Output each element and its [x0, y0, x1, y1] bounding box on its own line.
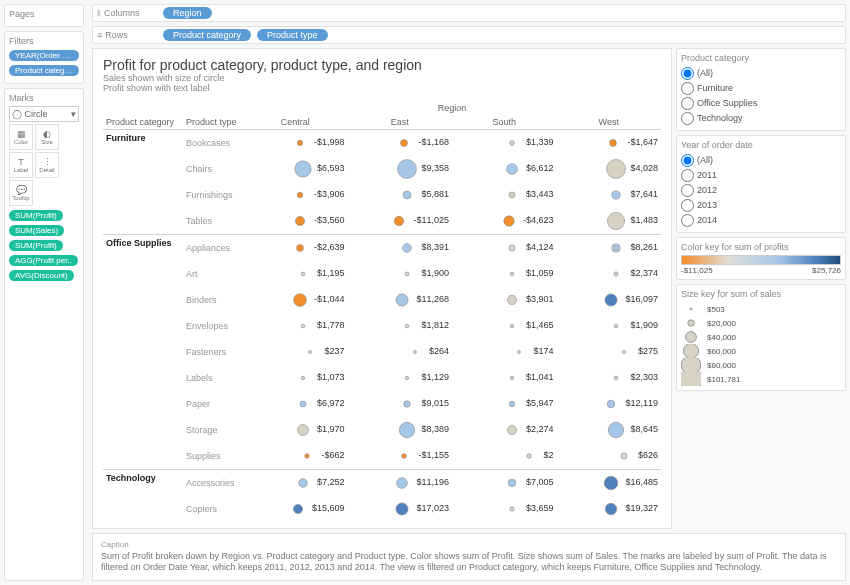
- svg-point-9: [404, 191, 412, 199]
- svg-point-21: [405, 272, 409, 276]
- svg-point-25: [396, 294, 408, 306]
- filter-pill[interactable]: YEAR(Order Date): [9, 50, 79, 61]
- svg-point-30: [510, 324, 513, 327]
- svg-point-46: [507, 425, 516, 434]
- columns-pill[interactable]: Region: [163, 7, 212, 19]
- svg-point-32: [309, 350, 312, 353]
- filter-option[interactable]: 2012: [681, 183, 841, 198]
- viz-subtitle: Sales shown with size of circle: [103, 73, 661, 83]
- svg-point-52: [299, 479, 308, 488]
- filter-option[interactable]: 2014: [681, 213, 841, 228]
- mark-pill[interactable]: SUM(Profit): [9, 210, 63, 221]
- svg-point-2: [510, 141, 515, 146]
- table-row: Envelopes$1,778$1,812$1,465$1,909: [103, 313, 661, 339]
- viz-title: Profit for product category, product typ…: [103, 57, 661, 73]
- mark-pill[interactable]: AVG(Discount): [9, 270, 74, 281]
- svg-point-29: [406, 324, 410, 328]
- radio-input[interactable]: [681, 184, 694, 197]
- svg-point-72: [681, 358, 701, 372]
- legend-year[interactable]: Year of order date (All)2011201220132014: [676, 135, 846, 233]
- svg-point-14: [504, 216, 514, 226]
- svg-point-3: [610, 140, 617, 147]
- svg-point-70: [686, 332, 697, 343]
- legend-color: Color key for sum of profits -$11,025 $2…: [676, 237, 846, 280]
- mark-type-select[interactable]: ◯ Circle ▾: [9, 106, 79, 122]
- filter-option[interactable]: (All): [681, 153, 841, 168]
- svg-point-33: [413, 350, 416, 353]
- mark-detail-button[interactable]: ⋮Detail: [35, 152, 59, 178]
- size-icon: ◐: [43, 130, 51, 139]
- filter-option[interactable]: (All): [681, 66, 841, 81]
- mark-label-button[interactable]: TLabel: [9, 152, 33, 178]
- mark-color-button[interactable]: ▦Color: [9, 124, 33, 150]
- svg-point-5: [398, 160, 417, 179]
- svg-point-49: [402, 454, 407, 459]
- size-legend-row: $60,000: [681, 344, 841, 358]
- table-row: Labels$1,073$1,129$1,041$2,303: [103, 365, 661, 391]
- svg-point-18: [509, 245, 515, 251]
- radio-input[interactable]: [681, 199, 694, 212]
- size-legend-row: $503: [681, 302, 841, 316]
- table-row: Copiers$15,609$17,023$3,659$19,327: [103, 496, 661, 520]
- svg-point-4: [295, 161, 311, 177]
- table-row: Art$1,195$1,900$1,059$2,374: [103, 261, 661, 287]
- radio-input[interactable]: [681, 169, 694, 182]
- size-legend-row: $40,000: [681, 330, 841, 344]
- viz-subtitle: Profit shown with text label: [103, 83, 661, 93]
- svg-point-73: [681, 372, 701, 386]
- radio-input[interactable]: [681, 82, 694, 95]
- table-row: Storage$1,970$8,389$2,274$8,645: [103, 417, 661, 443]
- svg-point-48: [305, 454, 310, 459]
- marks-shelf[interactable]: Marks ◯ Circle ▾ ▦Color ◐Size TLabel ⋮De…: [4, 88, 84, 581]
- table-row: Office SuppliesAppliances-$2,639$8,391$4…: [103, 235, 661, 262]
- svg-point-59: [606, 503, 617, 514]
- filter-option[interactable]: 2013: [681, 198, 841, 213]
- filter-option[interactable]: 2011: [681, 168, 841, 183]
- rows-pill[interactable]: Product category: [163, 29, 251, 41]
- color-gradient: [681, 255, 841, 265]
- radio-input[interactable]: [681, 112, 694, 125]
- table-row: Fasteners$237$264$174$275: [103, 339, 661, 365]
- filters-shelf[interactable]: Filters YEAR(Order Date) Product categor…: [4, 31, 84, 84]
- svg-point-71: [683, 344, 698, 358]
- legend-category[interactable]: Product category (All)FurnitureOffice Su…: [676, 48, 846, 131]
- size-legend-row: $20,000: [681, 316, 841, 330]
- filter-option[interactable]: Technology: [681, 111, 841, 126]
- pages-shelf[interactable]: Pages: [4, 4, 84, 27]
- svg-point-42: [509, 401, 514, 406]
- table-row: Chairs$6,593$9,358$6,612$4,028: [103, 156, 661, 182]
- svg-point-41: [404, 401, 410, 407]
- svg-point-58: [510, 507, 515, 512]
- radio-input[interactable]: [681, 67, 694, 80]
- mark-pill[interactable]: SUM(Profit): [9, 240, 63, 251]
- table-row: Supplies-$662-$1,155$2$626: [103, 443, 661, 470]
- svg-point-10: [509, 192, 515, 198]
- label-icon: T: [18, 158, 24, 167]
- filters-title: Filters: [9, 36, 79, 46]
- filter-pill[interactable]: Product category: [9, 65, 79, 76]
- filter-option[interactable]: Furniture: [681, 81, 841, 96]
- legend-size: Size key for sum of sales $503$20,000$40…: [676, 284, 846, 391]
- svg-point-15: [608, 212, 625, 229]
- mark-size-button[interactable]: ◐Size: [35, 124, 59, 150]
- radio-input[interactable]: [681, 214, 694, 227]
- radio-input[interactable]: [681, 154, 694, 167]
- tooltip-icon: 💬: [16, 186, 27, 195]
- mark-pill[interactable]: SUM(Sales): [9, 225, 64, 236]
- columns-shelf[interactable]: ⦀Columns Region: [92, 4, 846, 22]
- svg-point-11: [612, 191, 620, 199]
- svg-point-57: [396, 503, 408, 515]
- radio-input[interactable]: [681, 97, 694, 110]
- mark-pill[interactable]: AGG(Profit per..: [9, 255, 78, 266]
- rows-pill[interactable]: Product type: [257, 29, 328, 41]
- table-row: Binders-$1,044$11,268$3,901$16,097: [103, 287, 661, 313]
- svg-point-23: [614, 272, 618, 276]
- caption-label: Caption: [101, 540, 837, 550]
- rows-shelf[interactable]: ≡Rows Product category Product type: [92, 26, 846, 44]
- table-row: FurnitureBookcases-$1,998-$1,168$1,339-$…: [103, 130, 661, 157]
- svg-point-12: [295, 216, 304, 225]
- mark-tooltip-button[interactable]: 💬Tooltip: [9, 180, 33, 206]
- filter-option[interactable]: Office Supplies: [681, 96, 841, 111]
- svg-point-35: [622, 350, 625, 353]
- svg-point-1: [401, 140, 408, 147]
